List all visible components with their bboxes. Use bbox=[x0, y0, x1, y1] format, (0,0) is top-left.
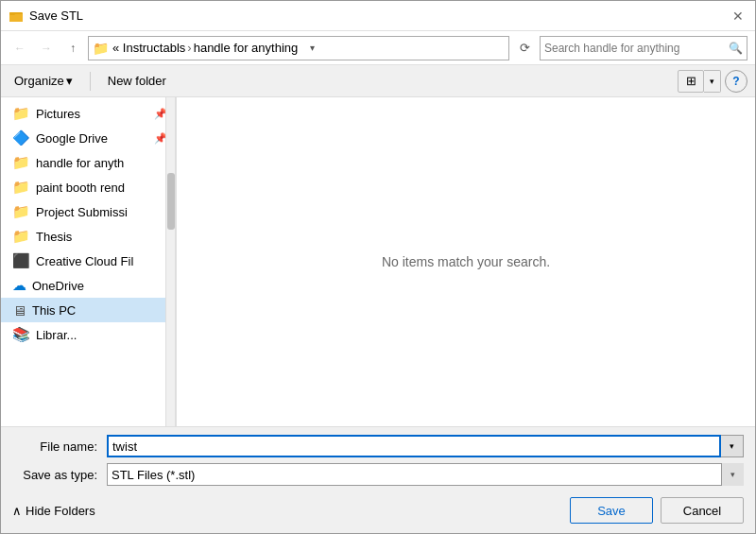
refresh-button[interactable]: ⟳ bbox=[513, 37, 536, 60]
scrollbar-thumb bbox=[167, 173, 175, 230]
save-dialog: Save STL ✕ ← → ↑ 📁 « Instructabls › hand… bbox=[0, 0, 756, 534]
breadcrumb-root: « Instructabls bbox=[112, 41, 185, 55]
empty-message: No items match your search. bbox=[382, 254, 550, 269]
breadcrumb-path: « Instructabls › handle for anything bbox=[112, 41, 298, 55]
onedrive-icon: ☁ bbox=[12, 277, 26, 294]
svg-rect-2 bbox=[9, 12, 15, 15]
sidebar-item-this-pc[interactable]: 🖥 This PC bbox=[1, 298, 175, 322]
sidebar-item-onedrive[interactable]: ☁ OneDrive bbox=[1, 273, 175, 298]
search-input[interactable] bbox=[544, 42, 729, 55]
sidebar-item-pictures[interactable]: 📁 Pictures 📌 bbox=[1, 101, 175, 126]
breadcrumb-dropdown-button[interactable]: ▾ bbox=[303, 40, 320, 57]
filename-input[interactable] bbox=[107, 435, 721, 457]
svg-rect-1 bbox=[9, 14, 23, 22]
folder-yellow-icon: 📁 bbox=[12, 203, 30, 220]
sidebar-item-label: Thesis bbox=[36, 230, 72, 244]
sidebar-item-libraries[interactable]: 📚 Librar... bbox=[1, 322, 175, 347]
sidebar-item-label: Project Submissi bbox=[36, 205, 128, 219]
dialog-icon bbox=[9, 9, 24, 24]
sidebar-item-label: OneDrive bbox=[32, 279, 84, 293]
action-buttons: Save Cancel bbox=[570, 497, 744, 524]
filetype-select[interactable]: STL Files (*.stl) bbox=[107, 463, 744, 486]
breadcrumb-separator: › bbox=[187, 41, 191, 55]
action-row: ∧ Hide Folders Save Cancel bbox=[12, 491, 744, 525]
save-button[interactable]: Save bbox=[570, 497, 653, 524]
view-button[interactable]: ⊞ bbox=[678, 70, 704, 93]
organize-button[interactable]: Organize ▾ bbox=[9, 71, 78, 91]
toolbar: Organize ▾ New folder ⊞ ▾ ? bbox=[1, 65, 755, 97]
cancel-button[interactable]: Cancel bbox=[661, 497, 744, 524]
sidebar-item-label: This PC bbox=[32, 303, 76, 318]
main-content: 📁 Pictures 📌 🔷 Google Drive 📌 📁 handle f… bbox=[1, 97, 755, 426]
organize-arrow-icon: ▾ bbox=[66, 74, 73, 88]
sidebar-item-label: handle for anyth bbox=[36, 156, 124, 170]
sidebar-item-label: Librar... bbox=[36, 328, 77, 342]
sidebar-item-paint-booth[interactable]: 📁 paint booth rend bbox=[1, 175, 175, 199]
view-dropdown-button[interactable]: ▾ bbox=[704, 70, 721, 93]
help-button[interactable]: ? bbox=[725, 70, 747, 93]
sidebar: 📁 Pictures 📌 🔷 Google Drive 📌 📁 handle f… bbox=[1, 97, 176, 426]
sidebar-item-label: Pictures bbox=[36, 107, 80, 121]
pc-icon: 🖥 bbox=[12, 302, 26, 319]
bottom-section: File name: ▾ Save as type: STL Files (*.… bbox=[1, 426, 755, 533]
folder-yellow-icon: 📁 bbox=[12, 179, 30, 196]
filetype-label: Save as type: bbox=[12, 468, 107, 482]
title-bar: Save STL ✕ bbox=[1, 1, 755, 31]
folder-yellow-icon: 📁 bbox=[12, 154, 30, 171]
hide-folders-button[interactable]: ∧ Hide Folders bbox=[12, 504, 95, 518]
sidebar-scrollbar[interactable] bbox=[165, 97, 175, 426]
hide-folders-label: Hide Folders bbox=[26, 504, 95, 518]
filename-row: File name: ▾ bbox=[12, 435, 744, 457]
back-button[interactable]: ← bbox=[9, 37, 31, 60]
sidebar-item-creative-cloud[interactable]: ⬛ Creative Cloud Fil bbox=[1, 249, 175, 273]
sidebar-item-handle[interactable]: 📁 handle for anyth bbox=[1, 150, 175, 175]
breadcrumb-current: handle for anything bbox=[194, 41, 299, 55]
toolbar-right: ⊞ ▾ ? bbox=[678, 70, 747, 93]
library-icon: 📚 bbox=[12, 326, 30, 343]
dialog-title: Save STL bbox=[29, 9, 83, 23]
search-bar: 🔍 bbox=[540, 36, 747, 60]
view-control: ⊞ ▾ bbox=[678, 70, 721, 93]
organize-label: Organize bbox=[14, 74, 64, 88]
new-folder-button[interactable]: New folder bbox=[102, 71, 172, 91]
sidebar-item-project-submissi[interactable]: 📁 Project Submissi bbox=[1, 199, 175, 224]
close-button[interactable]: ✕ bbox=[729, 7, 747, 26]
cc-icon: ⬛ bbox=[12, 252, 30, 269]
sidebar-item-label: Google Drive bbox=[36, 131, 108, 146]
forward-button[interactable]: → bbox=[35, 37, 58, 60]
filename-label: File name: bbox=[12, 439, 107, 454]
folder-yellow-icon: 📁 bbox=[12, 228, 30, 245]
filetype-value: STL Files (*.stl) bbox=[112, 468, 195, 482]
filetype-row: Save as type: STL Files (*.stl) ▾ bbox=[12, 463, 744, 486]
search-icon: 🔍 bbox=[729, 42, 743, 55]
toolbar-separator bbox=[90, 72, 91, 91]
title-bar-left: Save STL bbox=[9, 9, 83, 24]
sidebar-item-google-drive[interactable]: 🔷 Google Drive 📌 bbox=[1, 126, 175, 150]
sidebar-item-thesis[interactable]: 📁 Thesis bbox=[1, 224, 175, 249]
sidebar-item-label: Creative Cloud Fil bbox=[36, 254, 133, 268]
nav-bar: ← → ↑ 📁 « Instructabls › handle for anyt… bbox=[1, 31, 755, 65]
filename-dropdown-button[interactable]: ▾ bbox=[721, 435, 744, 457]
folder-yellow-icon: 📁 bbox=[12, 105, 30, 122]
file-area: No items match your search. bbox=[176, 97, 755, 426]
breadcrumb-folder-icon: 📁 bbox=[93, 41, 109, 56]
hide-folders-arrow-icon: ∧ bbox=[12, 504, 22, 518]
sidebar-item-label: paint booth rend bbox=[36, 181, 125, 195]
breadcrumb-bar[interactable]: 📁 « Instructabls › handle for anything ▾ bbox=[88, 36, 509, 60]
filetype-select-wrapper: STL Files (*.stl) ▾ bbox=[107, 463, 744, 486]
gdrive-icon: 🔷 bbox=[12, 129, 30, 146]
up-button[interactable]: ↑ bbox=[61, 37, 84, 60]
